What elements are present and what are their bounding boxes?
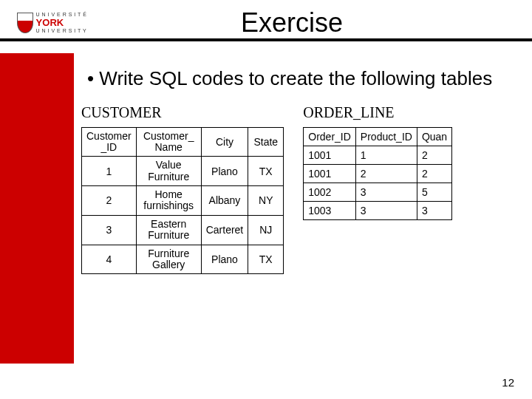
col-state: State: [248, 127, 284, 157]
cell: Albany: [201, 186, 248, 216]
cell: NJ: [248, 215, 284, 245]
cell: Plano: [201, 245, 248, 274]
table-row: 4 FurnitureGallery Plano TX: [82, 245, 284, 274]
col-customer-name: Customer_Name: [136, 127, 201, 157]
cell: ValueFurniture: [136, 157, 201, 186]
col-quan: Quan: [417, 127, 451, 146]
orderline-label: ORDER_LINE: [303, 104, 452, 121]
cell: 3: [355, 183, 417, 201]
cell: 1: [82, 157, 137, 186]
table-header-row: Customer_ID Customer_Name City State: [82, 127, 284, 157]
cell: Carteret: [201, 215, 248, 245]
col-customer-id: Customer_ID: [82, 127, 137, 157]
cell: 1001: [304, 146, 356, 164]
table-row: 3 EasternFurniture Carteret NJ: [82, 215, 284, 245]
customer-block: CUSTOMER Customer_ID Customer_Name City …: [81, 104, 284, 275]
cell: 3: [82, 215, 137, 245]
red-stripe: [0, 53, 74, 364]
cell: 2: [82, 186, 137, 216]
orderline-table: Order_ID Product_ID Quan 1001 1 2 1001: [303, 127, 452, 220]
customer-table: Customer_ID Customer_Name City State 1 V…: [81, 127, 284, 275]
york-logo: U N I V E R S I T É YORK U N I V E R S I…: [0, 12, 96, 34]
table-row: 1002 3 5: [304, 183, 452, 201]
table-row: 1001 2 2: [304, 164, 452, 183]
logo-brand: YORK: [36, 18, 87, 28]
shield-icon: [17, 13, 33, 33]
table-row: 1001 1 2: [304, 146, 452, 164]
cell: TX: [248, 157, 284, 186]
col-order-id: Order_ID: [304, 127, 356, 146]
cell: NY: [248, 186, 284, 216]
cell: TX: [248, 245, 284, 274]
cell: 3: [417, 201, 451, 219]
cell: 1003: [304, 201, 356, 219]
cell: EasternFurniture: [136, 215, 201, 245]
cell: Plano: [201, 157, 248, 186]
orderline-block: ORDER_LINE Order_ID Product_ID Quan 1001…: [303, 104, 452, 220]
table-row: 2 Homefurnishings Albany NY: [82, 186, 284, 216]
cell: 5: [417, 183, 451, 201]
col-product-id: Product_ID: [355, 127, 417, 146]
page-number: 12: [502, 376, 514, 389]
table-row: 1003 3 3: [304, 201, 452, 219]
logo-line3: U N I V E R S I T Y: [36, 28, 87, 34]
cell: 2: [355, 164, 417, 183]
cell: 3: [355, 201, 417, 219]
cell: FurnitureGallery: [136, 245, 201, 274]
cell: 1002: [304, 183, 356, 201]
cell: 1001: [304, 164, 356, 183]
slide-title: Exercise: [96, 7, 532, 38]
cell: 2: [417, 146, 451, 164]
cell: 4: [82, 245, 137, 274]
cell: Homefurnishings: [136, 186, 201, 216]
table-header-row: Order_ID Product_ID Quan: [304, 127, 452, 146]
customer-label: CUSTOMER: [81, 104, 284, 121]
table-row: 1 ValueFurniture Plano TX: [82, 157, 284, 186]
col-city: City: [201, 127, 248, 157]
cell: 2: [417, 164, 451, 183]
cell: 1: [355, 146, 417, 164]
bullet-text: Write SQL codes to create the following …: [81, 66, 517, 91]
